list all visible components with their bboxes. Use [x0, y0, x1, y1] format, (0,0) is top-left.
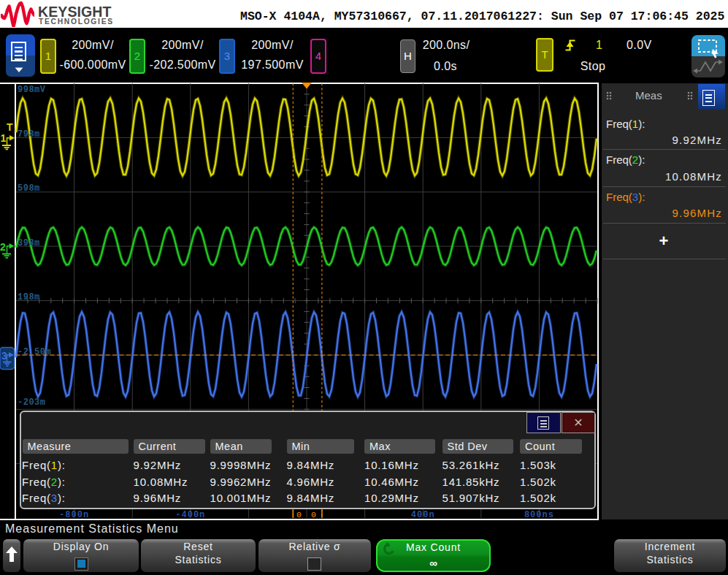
- svg-text:T: T: [7, 121, 13, 133]
- svg-text:798m: 798m: [18, 129, 40, 140]
- svg-text:198m: 198m: [18, 292, 40, 302]
- svg-text:800ns: 800ns: [524, 510, 554, 520]
- svg-text:398m: 398m: [18, 238, 40, 248]
- svg-text:0: 0: [296, 510, 302, 519]
- svg-text:0: 0: [311, 510, 316, 519]
- svg-text:2: 2: [0, 241, 6, 253]
- svg-text:400n: 400n: [411, 510, 435, 520]
- svg-text:-800n: -800n: [59, 510, 89, 520]
- svg-text:998mV: 998mV: [18, 85, 46, 95]
- svg-text:-400n: -400n: [175, 510, 205, 520]
- svg-text:-203m: -203m: [18, 397, 46, 408]
- svg-text:598m: 598m: [18, 183, 40, 194]
- svg-text:1: 1: [1, 132, 7, 144]
